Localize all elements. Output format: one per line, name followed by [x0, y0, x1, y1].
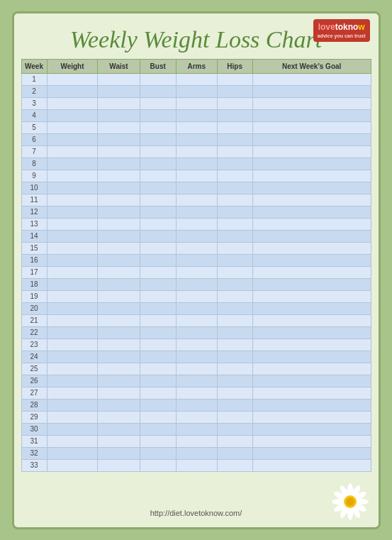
data-cell: [176, 459, 217, 471]
data-cell: [140, 73, 176, 85]
col-hips: Hips: [217, 59, 252, 73]
week-number: 1: [21, 73, 47, 85]
data-cell: [98, 145, 140, 158]
data-cell: [140, 254, 176, 266]
data-cell: [217, 399, 252, 411]
page-title: Weekly Weight Loss Chart: [70, 26, 322, 53]
data-cell: [252, 459, 371, 471]
data-cell: [47, 97, 98, 109]
data-cell: [98, 206, 140, 218]
data-cell: [47, 314, 98, 326]
week-number: 15: [21, 242, 47, 254]
data-cell: [217, 145, 252, 158]
data-cell: [140, 351, 176, 363]
data-cell: [47, 145, 98, 158]
data-cell: [217, 206, 252, 218]
data-cell: [176, 109, 217, 121]
col-next-goal: Next Week's Goal: [252, 59, 371, 73]
week-number: 16: [21, 254, 47, 266]
data-cell: [47, 411, 98, 423]
data-cell: [98, 97, 140, 109]
week-number: 7: [21, 145, 47, 158]
data-cell: [98, 423, 140, 435]
data-cell: [217, 170, 252, 182]
table-header-row: Week Weight Waist Bust Arms Hips Next We…: [21, 59, 371, 73]
data-cell: [140, 266, 176, 278]
table-row: 31: [21, 435, 371, 447]
data-cell: [252, 266, 371, 278]
data-cell: [217, 338, 252, 351]
data-cell: [176, 435, 217, 447]
data-cell: [252, 242, 371, 254]
data-cell: [217, 109, 252, 121]
data-cell: [47, 170, 98, 182]
data-cell: [98, 254, 140, 266]
table-row: 10: [21, 182, 371, 194]
data-cell: [217, 97, 252, 109]
data-cell: [47, 459, 98, 471]
data-cell: [98, 85, 140, 97]
data-cell: [252, 278, 371, 290]
week-number: 28: [21, 399, 47, 411]
table-row: 25: [21, 363, 371, 375]
week-number: 9: [21, 170, 47, 182]
table-row: 28: [21, 399, 371, 411]
data-cell: [217, 351, 252, 363]
data-cell: [47, 158, 98, 170]
data-cell: [252, 423, 371, 435]
week-number: 27: [21, 387, 47, 399]
data-cell: [252, 133, 371, 145]
data-cell: [98, 375, 140, 387]
data-cell: [140, 170, 176, 182]
data-cell: [98, 109, 140, 121]
data-cell: [217, 133, 252, 145]
data-cell: [140, 447, 176, 459]
week-number: 3: [21, 97, 47, 109]
logo: lovetoknow advice you can trust: [313, 19, 370, 43]
data-cell: [98, 266, 140, 278]
data-cell: [217, 158, 252, 170]
data-cell: [98, 447, 140, 459]
data-cell: [176, 254, 217, 266]
data-cell: [140, 363, 176, 375]
footer: http://diet.lovetoknow.com/: [150, 509, 242, 520]
data-cell: [252, 351, 371, 363]
data-cell: [140, 423, 176, 435]
data-cell: [176, 230, 217, 242]
data-cell: [47, 290, 98, 302]
data-cell: [252, 145, 371, 158]
data-cell: [252, 290, 371, 302]
chart-table-wrapper: Week Weight Waist Bust Arms Hips Next We…: [21, 59, 371, 505]
data-cell: [98, 218, 140, 230]
data-cell: [217, 266, 252, 278]
table-row: 23: [21, 338, 371, 351]
week-number: 25: [21, 363, 47, 375]
data-cell: [140, 278, 176, 290]
data-cell: [217, 182, 252, 194]
data-cell: [252, 121, 371, 133]
data-cell: [176, 242, 217, 254]
data-cell: [47, 85, 98, 97]
data-cell: [176, 121, 217, 133]
data-cell: [176, 97, 217, 109]
week-number: 8: [21, 158, 47, 170]
data-cell: [47, 363, 98, 375]
table-row: 5: [21, 121, 371, 133]
week-number: 29: [21, 411, 47, 423]
data-cell: [176, 158, 217, 170]
data-cell: [140, 399, 176, 411]
data-cell: [98, 194, 140, 206]
week-number: 17: [21, 266, 47, 278]
data-cell: [252, 85, 371, 97]
data-cell: [176, 145, 217, 158]
data-cell: [140, 435, 176, 447]
data-cell: [98, 278, 140, 290]
data-cell: [176, 411, 217, 423]
data-cell: [140, 411, 176, 423]
data-cell: [98, 338, 140, 351]
table-row: 16: [21, 254, 371, 266]
data-cell: [176, 182, 217, 194]
weight-loss-table: Week Weight Waist Bust Arms Hips Next We…: [21, 59, 371, 472]
data-cell: [47, 278, 98, 290]
data-cell: [217, 363, 252, 375]
